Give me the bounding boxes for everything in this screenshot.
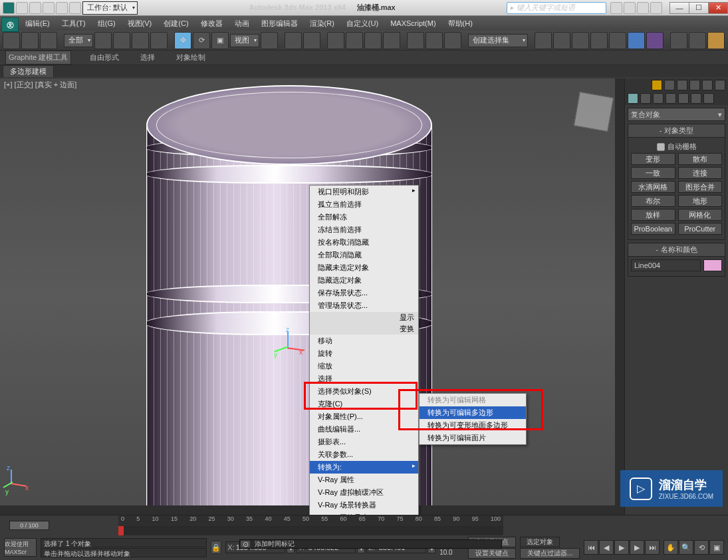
app-menu-button[interactable] — [3, 2, 15, 14]
ref-coord-combo[interactable]: 视图 — [230, 34, 259, 47]
rollout-header-name[interactable]: -名称和颜色 — [628, 243, 725, 257]
ctx-item[interactable]: 曲线编辑器... — [310, 423, 418, 436]
ctx-item[interactable]: 保存场景状态... — [310, 287, 418, 299]
maximize-vp-icon[interactable]: ▣ — [709, 540, 724, 555]
ctx-item[interactable]: 视口照明和阴影 — [310, 186, 418, 198]
create-type-button[interactable]: ProBoolean — [631, 223, 675, 235]
timetag-icon[interactable]: ⊙ — [240, 540, 251, 548]
create-type-button[interactable]: 散布 — [678, 153, 723, 165]
ribbon-icon[interactable] — [590, 32, 608, 49]
ribbon-tab[interactable]: Graphite 建模工具 — [5, 51, 71, 65]
ctx-item[interactable]: 全部解冻 — [310, 211, 418, 223]
keymode-combo[interactable]: 选定对象 — [520, 537, 560, 547]
create-type-button[interactable]: 水滴网格 — [631, 181, 675, 193]
menu-item[interactable]: 动画 — [229, 17, 255, 30]
menu-item[interactable]: 自定义(U) — [341, 17, 384, 30]
menu-item[interactable]: 工具(T) — [57, 17, 91, 30]
rotate-icon[interactable]: ⟳ — [193, 32, 210, 49]
ctx-item[interactable]: 移动 — [310, 335, 418, 347]
create-type-button[interactable]: 图形合并 — [678, 181, 723, 193]
new-icon[interactable] — [16, 2, 28, 14]
menu-item[interactable]: MAXScript(M) — [385, 18, 441, 29]
maxscript-mini[interactable]: 欢迎使用 MAXScr — [4, 538, 37, 557]
ctx-item[interactable]: 转换为可编辑面片 — [420, 432, 526, 444]
help-icon[interactable] — [610, 2, 622, 14]
schematic-icon[interactable] — [628, 32, 645, 49]
ctx-item[interactable]: 选择类似对象(S) — [310, 385, 418, 398]
menu-item[interactable]: 帮助(H) — [443, 17, 478, 30]
context-menu[interactable]: 视口照明和阴影孤立当前选择全部解冻冻结当前选择按名称取消隐藏全部取消隐藏隐藏未选… — [309, 185, 419, 560]
link-icon[interactable] — [3, 32, 20, 49]
manip-icon[interactable] — [285, 32, 302, 49]
key-marker[interactable] — [118, 526, 124, 535]
display-icon[interactable] — [702, 80, 713, 90]
n2-icon[interactable] — [425, 32, 443, 49]
ctx-item[interactable]: 缩放 — [310, 360, 418, 372]
create-type-button[interactable]: 网格化 — [678, 209, 723, 221]
select-name-icon[interactable] — [113, 32, 130, 49]
mirror-icon[interactable] — [535, 32, 552, 49]
rainbow-icon[interactable] — [664, 80, 675, 90]
menu-item[interactable]: 组(G) — [92, 17, 121, 30]
sun-icon[interactable] — [652, 80, 662, 90]
align-icon[interactable] — [553, 32, 570, 49]
save-icon[interactable] — [43, 2, 55, 14]
pan-icon[interactable]: ✋ — [664, 540, 678, 555]
n1-icon[interactable] — [407, 32, 424, 49]
minimize-button[interactable]: — — [669, 2, 689, 14]
add-time-tag[interactable]: 添加时间标记 — [255, 539, 295, 549]
ctx-item[interactable]: 隐藏选定对象 — [310, 274, 418, 287]
create-type-button[interactable]: 一致 — [631, 167, 675, 179]
context-submenu-convert[interactable]: 转换为可编辑网格转换为可编辑多边形转换为可变形地面多边形转换为可编辑面片 — [419, 393, 527, 445]
ctx-item[interactable]: 全部取消隐藏 — [310, 249, 418, 261]
menu-item[interactable]: 渲染(R) — [304, 17, 340, 30]
hierarchy-icon[interactable] — [677, 80, 687, 90]
star-icon[interactable] — [637, 2, 649, 14]
create-type-button[interactable]: 变形 — [631, 153, 675, 165]
help2-icon[interactable] — [650, 2, 662, 14]
menu-item[interactable]: 修改器 — [195, 17, 228, 30]
systems-tab-icon[interactable] — [703, 93, 714, 104]
viewport-label[interactable]: [+] [正交] [真实 + 边面] — [4, 80, 76, 90]
ctx-item[interactable]: V-Ray 虚拟帧缓冲区 — [310, 486, 418, 499]
goto-end-icon[interactable]: ⏭ — [645, 540, 660, 555]
create-type-button[interactable]: 地形 — [678, 195, 723, 207]
workspace-combo[interactable]: 工作台: 默认 — [82, 1, 138, 15]
rollout-header[interactable]: -对象类型 — [628, 124, 725, 138]
zoom-icon[interactable]: 🔍 — [679, 540, 693, 555]
object-name-input[interactable]: Line004 — [631, 259, 701, 271]
transform-gizmo[interactable]: z x y — [286, 345, 312, 371]
motion-icon[interactable] — [689, 80, 700, 90]
selection-filter-combo[interactable]: 全部 — [64, 34, 93, 47]
pivot-icon[interactable] — [261, 32, 278, 49]
ctx-item[interactable]: 转换为: — [310, 461, 418, 474]
ctx-item[interactable]: 关联参数... — [310, 448, 418, 461]
curve-editor-icon[interactable] — [609, 32, 626, 49]
utilities-icon[interactable] — [715, 80, 725, 90]
named-selset-combo[interactable]: 创建选择集 — [468, 34, 528, 47]
ctx-item[interactable]: 旋转 — [310, 347, 418, 360]
viewcube[interactable] — [574, 92, 614, 132]
create-type-button[interactable]: ProCutter — [678, 223, 723, 235]
menu-item[interactable]: 创建(C) — [158, 17, 193, 30]
render-frame-icon[interactable] — [689, 32, 706, 49]
select-icon[interactable] — [94, 32, 112, 49]
select-rect-icon[interactable] — [132, 32, 149, 49]
help-search-input[interactable]: ▸键入关键字或短语 — [507, 2, 606, 14]
time-slider[interactable]: 0 / 100 — [9, 521, 49, 530]
lock-icon[interactable]: 🔒 — [211, 541, 221, 554]
setkey-button[interactable]: 设置关键点 — [468, 548, 516, 559]
ctx-item[interactable]: 转换为可编辑网格 — [420, 394, 526, 406]
ctx-item[interactable]: 转换为可变形地面多边形 — [420, 419, 526, 432]
spinner-snap-icon[interactable] — [383, 32, 400, 49]
app-icon[interactable]: ㉆ — [1, 17, 19, 32]
ribbon-tab[interactable]: 对象绘制 — [174, 51, 208, 64]
ctx-item[interactable]: 克隆(C) — [310, 398, 418, 410]
move-icon[interactable]: ✥ — [174, 32, 191, 49]
menu-item[interactable]: 编辑(E) — [20, 17, 55, 30]
angle-snap-icon[interactable] — [346, 32, 363, 49]
helpers-tab-icon[interactable] — [678, 93, 689, 104]
ctx-item[interactable]: 冻结当前选择 — [310, 223, 418, 236]
ctx-item[interactable]: V-Ray 属性 — [310, 474, 418, 486]
ctx-item[interactable]: V-Ray 场景转换器 — [310, 499, 418, 511]
